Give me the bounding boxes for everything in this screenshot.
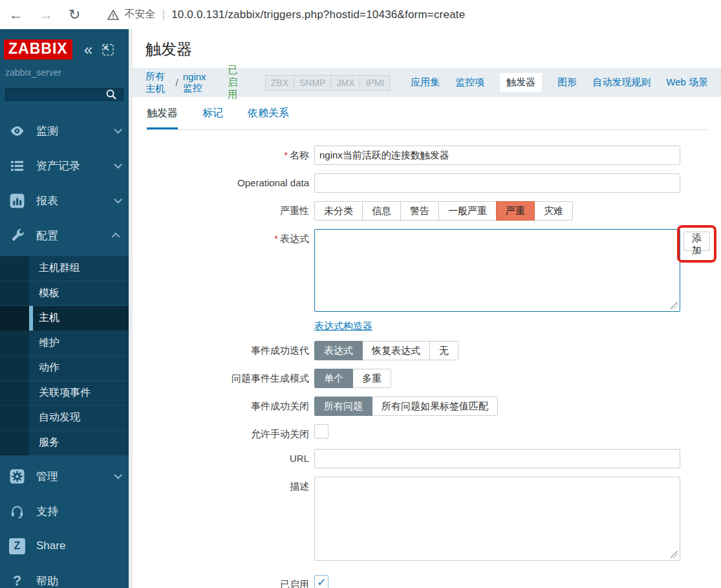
sidebar-item-templates[interactable]: 模板 <box>0 281 129 307</box>
sidebar-item-monitoring[interactable]: 监测 <box>0 116 129 145</box>
expression-textarea[interactable] <box>314 229 680 312</box>
expression-label: *表达式 <box>145 229 309 245</box>
trigger-form: *名称 Operational data 严重性 未分类 信息 警告 一般严重 … <box>145 130 708 588</box>
sidebar-item-actions[interactable]: 动作 <box>0 356 129 381</box>
operational-data-input[interactable] <box>314 173 680 193</box>
nav-items[interactable]: 监控项 <box>455 76 484 89</box>
chevron-down-icon <box>114 160 122 169</box>
bar-chart-icon <box>9 193 25 209</box>
severity-selector: 未分类 信息 警告 一般严重 严重 灾难 <box>314 201 573 221</box>
breadcrumb-all-hosts-link[interactable]: 所有主机 <box>145 71 171 95</box>
closes-all-problems[interactable]: 所有问题 <box>314 397 372 416</box>
collapse-sidebar-icon[interactable]: « <box>84 41 92 59</box>
form-tabs: 触发器 标记 依赖关系 <box>145 97 708 130</box>
search-icon[interactable] <box>100 89 123 100</box>
list-icon <box>9 158 25 174</box>
severity-high[interactable]: 严重 <box>496 201 535 221</box>
help-icon: ? <box>9 572 25 588</box>
host-status-badge: 已启用 <box>228 64 247 101</box>
severity-disaster[interactable]: 灾难 <box>534 201 573 221</box>
description-textarea[interactable] <box>314 477 680 561</box>
url-input[interactable] <box>314 449 680 468</box>
chevron-down-icon <box>114 195 122 204</box>
snmp-badge: SNMP <box>294 75 331 91</box>
nav-graphs[interactable]: 图形 <box>557 76 577 89</box>
nav-applications[interactable]: 应用集 <box>411 76 440 89</box>
sidebar-search[interactable] <box>5 88 124 101</box>
sidebar-item-inventory[interactable]: 资产记录 <box>0 151 129 180</box>
add-expression-button[interactable]: 添加 <box>683 232 710 251</box>
ipmi-badge: IPMI <box>360 75 390 91</box>
breadcrumb: 所有主机 / nginx监控 已启用 ZBX SNMP JMX IPMI 应用集… <box>133 68 721 97</box>
server-name: zabbix_server <box>0 62 129 82</box>
address-separator: | <box>162 8 165 21</box>
problem-event-mode-selector: 单个 多重 <box>314 369 391 388</box>
name-input[interactable] <box>314 146 680 165</box>
zabbix-logo[interactable]: ZABBIX <box>4 39 72 60</box>
nav-discovery-rules[interactable]: 自动发现规则 <box>592 76 651 89</box>
headset-icon <box>9 503 25 519</box>
page-title: 触发器 <box>133 29 721 68</box>
check-icon: ✓ <box>317 576 326 588</box>
red-annotation-box: 添加 <box>677 225 716 263</box>
sidebar-footer: 支持 Z Share ? 帮助 <box>0 497 129 588</box>
url-label: URL <box>145 449 309 464</box>
nav-triggers[interactable]: 触发器 <box>500 73 542 92</box>
tab-trigger[interactable]: 触发器 <box>147 107 178 129</box>
reload-icon[interactable]: ↻ <box>69 6 80 23</box>
sidebar-item-event-correlation[interactable]: 关联项事件 <box>0 381 129 406</box>
severity-label: 严重性 <box>145 201 309 217</box>
forward-icon[interactable]: → <box>39 6 53 23</box>
sidebar-item-hosts[interactable]: 主机 <box>0 306 129 331</box>
fullscreen-icon[interactable] <box>102 43 114 56</box>
url-text[interactable]: 10.0.0.131/zabbix/triggers.php?hostid=10… <box>171 8 465 21</box>
name-label: *名称 <box>145 146 309 162</box>
sidebar-item-maintenance[interactable]: 维护 <box>0 331 129 356</box>
security-label: 不安全 <box>124 8 155 21</box>
severity-average[interactable]: 一般严重 <box>438 201 497 221</box>
severity-information[interactable]: 信息 <box>362 201 401 221</box>
sidebar-item-administration[interactable]: 管理 <box>0 462 129 490</box>
ok-event-closes-selector: 所有问题 所有问题如果标签值匹配 <box>314 397 498 416</box>
manual-close-checkbox[interactable] <box>314 424 328 439</box>
back-icon[interactable]: ← <box>9 6 23 23</box>
problem-event-mode-label: 问题事件生成模式 <box>145 369 309 385</box>
manual-close-label: 允许手动关闭 <box>145 424 309 441</box>
enabled-checkbox[interactable]: ✓ <box>314 575 328 588</box>
sidebar-item-services[interactable]: 服务 <box>0 431 129 456</box>
closes-all-if-tag-match[interactable]: 所有问题如果标签值匹配 <box>372 397 498 416</box>
event-mode-single[interactable]: 单个 <box>314 369 353 388</box>
address-bar[interactable]: 不安全 | 10.0.0.131/zabbix/triggers.php?hos… <box>107 8 465 21</box>
sidebar-item-host-groups[interactable]: 主机群组 <box>0 256 129 281</box>
ok-event-closes-label: 事件成功关闭 <box>145 397 309 413</box>
ok-gen-recovery-expression[interactable]: 恢复表达式 <box>362 341 430 360</box>
sidebar-menu: 监测 资产记录 报表 配置 <box>0 116 129 497</box>
gear-icon <box>9 468 25 485</box>
event-mode-multiple[interactable]: 多重 <box>352 369 391 388</box>
severity-warning[interactable]: 警告 <box>400 201 439 221</box>
chevron-down-icon <box>114 125 122 134</box>
zabbix-share-icon: Z <box>9 538 25 554</box>
ok-gen-none[interactable]: 无 <box>429 341 458 360</box>
sidebar: ZABBIX « zabbix_server 监测 <box>0 29 133 588</box>
sidebar-item-discovery[interactable]: 自动发现 <box>0 406 129 431</box>
sidebar-item-share[interactable]: Z Share <box>0 532 129 560</box>
severity-not-classified[interactable]: 未分类 <box>314 201 363 221</box>
chevron-up-icon <box>112 232 120 241</box>
sidebar-item-configuration[interactable]: 配置 <box>0 221 129 250</box>
chevron-down-icon <box>114 471 122 479</box>
expression-constructor-link[interactable]: 表达式构造器 <box>314 320 372 332</box>
eye-icon <box>9 123 25 139</box>
sidebar-item-help[interactable]: ? 帮助 <box>0 567 129 588</box>
tab-dependencies[interactable]: 依赖关系 <box>248 107 289 129</box>
configuration-submenu: 主机群组 模板 主机 维护 动作 关联项事件 自动发现 服务 <box>0 256 129 455</box>
sidebar-item-support[interactable]: 支持 <box>0 497 129 525</box>
tab-tags[interactable]: 标记 <box>202 107 223 129</box>
search-input[interactable] <box>6 89 100 100</box>
breadcrumb-host-link[interactable]: nginx监控 <box>183 71 211 94</box>
interface-badges: ZBX SNMP JMX IPMI <box>265 75 390 91</box>
nav-web-scenarios[interactable]: Web 场景 <box>666 76 708 89</box>
sidebar-item-reports[interactable]: 报表 <box>0 186 129 215</box>
enabled-label: 已启用 <box>145 575 309 588</box>
ok-gen-expression[interactable]: 表达式 <box>314 341 363 360</box>
